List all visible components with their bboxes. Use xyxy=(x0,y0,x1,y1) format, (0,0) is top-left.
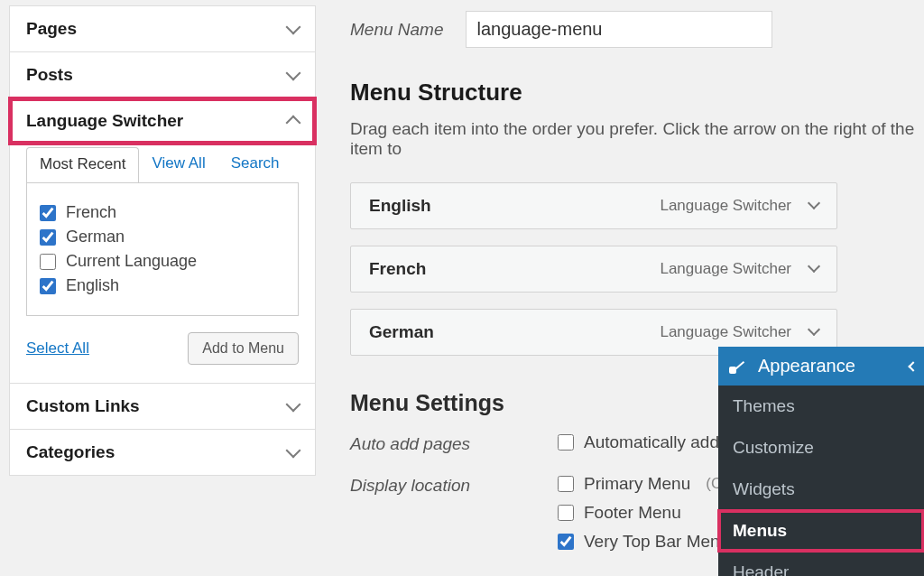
chevron-down-icon[interactable] xyxy=(808,323,820,336)
settings-label: Auto add pages xyxy=(350,432,558,454)
metabox-actions: Select All Add to Menu xyxy=(26,332,299,365)
metabox-head-categories[interactable]: Categories xyxy=(10,430,315,475)
checkbox-label: English xyxy=(66,276,119,295)
menu-name-input[interactable] xyxy=(466,11,772,48)
tab-search[interactable]: Search xyxy=(218,147,292,182)
menu-item[interactable]: English Language Switcher xyxy=(350,182,837,229)
metabox-title: Categories xyxy=(26,442,115,462)
menu-item-type: Language Switcher xyxy=(660,323,818,341)
chevron-down-icon xyxy=(286,397,301,413)
settings-label: Display location xyxy=(350,474,558,496)
lang-opt-current[interactable]: Current Language xyxy=(40,252,285,271)
metabox-body-language-switcher: Most Recent View All Search French Germa… xyxy=(10,144,315,383)
flyout-item-themes[interactable]: Themes xyxy=(718,386,924,427)
paint-brush-icon xyxy=(729,358,747,376)
checkbox-label: Very Top Bar Menu xyxy=(584,532,729,552)
metabox-categories: Categories xyxy=(9,430,316,476)
checkbox-label: Footer Menu xyxy=(584,503,681,523)
metabox-title: Posts xyxy=(26,65,73,85)
lang-switcher-panel: French German Current Language English xyxy=(26,182,299,316)
menu-structure-title: Menu Structure xyxy=(350,79,924,107)
flyout-title: Appearance xyxy=(758,356,855,376)
menu-item-type: Language Switcher xyxy=(660,260,818,278)
checkbox-english[interactable] xyxy=(40,278,56,294)
metabox-head-custom-links[interactable]: Custom Links xyxy=(10,384,315,429)
chevron-down-icon[interactable] xyxy=(808,197,820,209)
metabox-title: Pages xyxy=(26,19,77,39)
checkbox-footer-menu[interactable] xyxy=(558,505,574,521)
metabox-title: Language Switcher xyxy=(26,111,183,131)
menu-name-label: Menu Name xyxy=(350,20,444,40)
chevron-down-icon[interactable] xyxy=(808,260,820,273)
tab-view-all[interactable]: View All xyxy=(139,147,217,182)
flyout-header-appearance[interactable]: Appearance xyxy=(718,347,924,386)
flyout-item-widgets[interactable]: Widgets xyxy=(718,469,924,510)
chevron-down-icon xyxy=(286,20,301,35)
metabox-language-switcher: Language Switcher Most Recent View All S… xyxy=(9,98,316,384)
checkbox-label: German xyxy=(66,228,125,246)
menu-name-row: Menu Name xyxy=(350,11,924,48)
metabox-title: Custom Links xyxy=(26,396,140,416)
lang-opt-french[interactable]: French xyxy=(40,203,285,222)
metabox-custom-links: Custom Links xyxy=(9,384,316,430)
checkbox-label: Current Language xyxy=(66,252,197,271)
checkbox-primary-menu[interactable] xyxy=(558,476,574,492)
menu-item[interactable]: French Language Switcher xyxy=(350,246,837,293)
select-all-link[interactable]: Select All xyxy=(26,339,89,358)
checkbox-auto-add-pages[interactable] xyxy=(558,434,574,451)
metabox-head-posts[interactable]: Posts xyxy=(10,52,315,98)
checkbox-very-top-bar-menu[interactable] xyxy=(558,534,574,550)
menu-item-type: Language Switcher xyxy=(660,197,818,215)
flyout-item-header[interactable]: Header xyxy=(718,552,924,576)
checkbox-label: French xyxy=(66,203,116,222)
menu-item-title: English xyxy=(369,196,431,216)
chevron-up-icon xyxy=(286,116,301,131)
metabox-sidebar: Pages Posts Language Switcher Most Recen… xyxy=(0,5,316,573)
add-to-menu-button[interactable]: Add to Menu xyxy=(188,332,299,365)
auto-add-pages-option[interactable]: Automatically add n xyxy=(558,432,734,452)
metabox-pages: Pages xyxy=(9,5,316,52)
metabox-head-language-switcher[interactable]: Language Switcher xyxy=(10,98,315,144)
lang-opt-german[interactable]: German xyxy=(40,228,285,246)
admin-menu-flyout: Appearance Themes Customize Widgets Menu… xyxy=(718,347,924,576)
lang-switcher-tabs: Most Recent View All Search xyxy=(26,147,299,182)
tab-most-recent[interactable]: Most Recent xyxy=(26,147,139,182)
chevron-down-icon xyxy=(286,443,301,459)
lang-opt-english[interactable]: English xyxy=(40,276,285,295)
menu-item-type-label: Language Switcher xyxy=(660,260,791,278)
chevron-down-icon xyxy=(286,66,301,81)
metabox-head-pages[interactable]: Pages xyxy=(10,6,315,51)
menu-item-type-label: Language Switcher xyxy=(660,197,791,215)
menu-item-title: German xyxy=(369,322,434,342)
flyout-item-customize[interactable]: Customize xyxy=(718,427,924,469)
menu-structure-instruction: Drag each item into the order you prefer… xyxy=(350,119,924,159)
checkbox-french[interactable] xyxy=(40,205,56,221)
menu-item-title: French xyxy=(369,259,426,279)
checkbox-german[interactable] xyxy=(40,229,56,246)
checkbox-current-language[interactable] xyxy=(40,254,56,270)
chevron-left-icon xyxy=(908,361,918,371)
flyout-item-menus[interactable]: Menus xyxy=(718,510,924,552)
metabox-posts: Posts xyxy=(9,52,316,98)
menu-item-type-label: Language Switcher xyxy=(660,323,791,341)
checkbox-label: Automatically add n xyxy=(584,432,734,452)
checkbox-label: Primary Menu xyxy=(584,474,690,494)
